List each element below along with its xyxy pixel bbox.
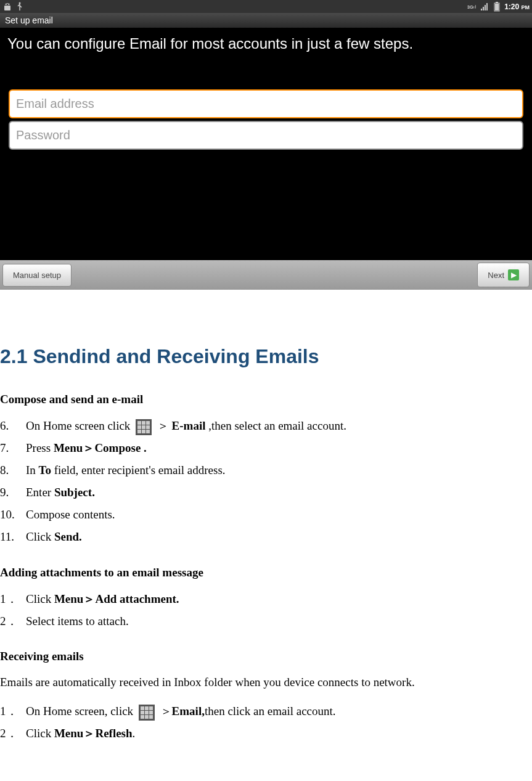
arrow-right-icon: ▶ bbox=[508, 269, 519, 280]
list-item: 8. In To field, enter recipient's email … bbox=[0, 459, 532, 481]
svg-rect-7 bbox=[485, 5, 486, 10]
window-title-bar: Set up email bbox=[0, 13, 532, 28]
manual-setup-label: Manual setup bbox=[13, 271, 61, 280]
apps-grid-icon bbox=[139, 705, 155, 721]
list-item: 1． On Home screen, click ＞Email,then cli… bbox=[0, 700, 532, 722]
password-field[interactable]: Password bbox=[9, 121, 523, 150]
list-number: 1． bbox=[0, 700, 26, 722]
list-text: In To field, enter recipient's email add… bbox=[26, 459, 226, 481]
button-bar: Manual setup Next ▶ bbox=[0, 260, 532, 290]
svg-text:3G: 3G bbox=[467, 4, 473, 9]
list-number: 7. bbox=[0, 437, 26, 459]
svg-rect-8 bbox=[486, 3, 488, 10]
svg-rect-5 bbox=[481, 9, 482, 10]
list-item: 1． Click Menu＞Add attachment. bbox=[0, 588, 532, 610]
android-screenshot: 3G 1:20 PM Set up email You can configur… bbox=[0, 0, 532, 290]
list-text: On Home screen click ＞ E-mail ,then sele… bbox=[26, 415, 346, 437]
setup-content: You can configure Email for most account… bbox=[0, 28, 532, 160]
list-number: 11. bbox=[0, 526, 26, 548]
attachments-heading: Adding attachments to an email message bbox=[0, 566, 532, 579]
status-left bbox=[2, 2, 25, 12]
list-item: 11. Click Send. bbox=[0, 526, 532, 548]
battery-icon bbox=[492, 2, 502, 12]
status-bar: 3G 1:20 PM bbox=[0, 0, 532, 13]
list-text: Click Menu＞Add attachment. bbox=[26, 588, 179, 610]
list-item: 2． Click Menu＞Reflesh. bbox=[0, 722, 532, 745]
android-icon bbox=[2, 2, 12, 12]
apps-grid-icon bbox=[136, 419, 152, 435]
list-text: Compose contents. bbox=[26, 504, 115, 526]
manual-setup-button[interactable]: Manual setup bbox=[2, 264, 72, 287]
signal-icon bbox=[480, 2, 489, 12]
list-text: Click Menu＞Reflesh. bbox=[26, 722, 135, 745]
usb-icon bbox=[15, 2, 25, 12]
list-text: Press Menu＞Compose . bbox=[26, 437, 147, 459]
status-time: 1:20 PM bbox=[504, 2, 530, 11]
list-item: 2． Select items to attach. bbox=[0, 610, 532, 632]
list-number: 6. bbox=[0, 415, 26, 437]
receiving-list: 1． On Home screen, click ＞Email,then cli… bbox=[0, 700, 532, 745]
next-label: Next bbox=[488, 271, 504, 280]
status-right: 3G 1:20 PM bbox=[467, 2, 530, 12]
svg-point-3 bbox=[19, 2, 21, 4]
list-text: Enter Subject. bbox=[26, 481, 95, 504]
list-number: 8. bbox=[0, 459, 26, 481]
attachments-list: 1． Click Menu＞Add attachment. 2． Select … bbox=[0, 588, 532, 632]
receiving-heading: Receiving emails bbox=[0, 650, 532, 663]
receiving-para: Emails are automatically received in Inb… bbox=[0, 672, 532, 693]
setup-heading: You can configure Email for most account… bbox=[7, 35, 525, 52]
list-text: Select items to attach. bbox=[26, 610, 129, 632]
svg-rect-10 bbox=[496, 2, 498, 3]
list-number: 1． bbox=[0, 588, 26, 610]
svg-rect-0 bbox=[4, 6, 10, 10]
svg-rect-6 bbox=[483, 7, 484, 10]
list-number: 2． bbox=[0, 722, 26, 745]
list-item: 6. On Home screen click ＞ E-mail ,then s… bbox=[0, 415, 532, 437]
list-text: Click Send. bbox=[26, 526, 82, 548]
list-text: On Home screen, click ＞Email,then click … bbox=[26, 700, 336, 722]
network-3g-icon: 3G bbox=[467, 2, 477, 12]
compose-heading: Compose and send an e-mail bbox=[0, 393, 532, 406]
list-number: 2． bbox=[0, 610, 26, 632]
document-content: 2.1 Sendind and Receiving Emails Compose… bbox=[0, 345, 532, 757]
list-number: 10. bbox=[0, 504, 26, 526]
list-item: 9. Enter Subject. bbox=[0, 481, 532, 504]
list-item: 7. Press Menu＞Compose . bbox=[0, 437, 532, 459]
section-heading: 2.1 Sendind and Receiving Emails bbox=[0, 345, 532, 368]
svg-rect-11 bbox=[495, 4, 499, 10]
list-number: 9. bbox=[0, 481, 26, 504]
next-button[interactable]: Next ▶ bbox=[477, 263, 530, 287]
compose-list: 6. On Home screen click ＞ E-mail ,then s… bbox=[0, 415, 532, 549]
list-item: 10. Compose contents. bbox=[0, 504, 532, 526]
email-field[interactable]: Email address bbox=[9, 89, 523, 118]
